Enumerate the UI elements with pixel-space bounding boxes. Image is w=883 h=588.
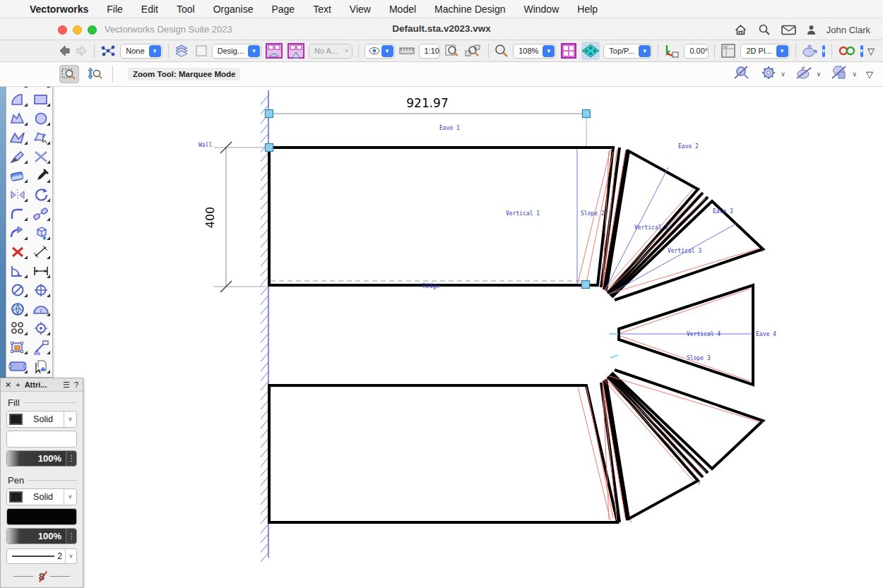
- chevron-down-icon[interactable]: ▾: [149, 45, 161, 57]
- chevron-down-icon[interactable]: ∨: [817, 71, 822, 78]
- tool-circle[interactable]: [30, 109, 53, 128]
- tool-reshape[interactable]: [30, 128, 53, 147]
- tool-polyline[interactable]: [6, 128, 30, 147]
- surface-options-icon[interactable]: [830, 64, 848, 84]
- menu-view[interactable]: View: [340, 4, 380, 15]
- focus-magnifier-icon[interactable]: [733, 64, 751, 84]
- roof-fan-bottom[interactable]: [601, 370, 763, 522]
- rotation-angle-field[interactable]: 0.00°: [684, 44, 709, 59]
- menu-machine-design[interactable]: Machine Design: [425, 4, 514, 15]
- tool-symbol[interactable]: [6, 299, 30, 318]
- menu-help[interactable]: Help: [568, 4, 607, 15]
- chevron-down-icon[interactable]: ▾: [248, 45, 260, 57]
- chevron-down-icon[interactable]: ▾: [639, 45, 651, 57]
- line-marker-start[interactable]: [13, 576, 33, 577]
- saved-views-icon[interactable]: [100, 44, 117, 57]
- opacity-options-icon[interactable]: ⋮: [66, 451, 76, 466]
- chevron-down-icon[interactable]: ˅: [64, 412, 76, 427]
- tool-diameter-dimension[interactable]: [6, 280, 30, 299]
- back-icon[interactable]: [58, 44, 71, 57]
- menu-edit[interactable]: Edit: [132, 4, 167, 15]
- stereo-glasses-icon[interactable]: [838, 44, 856, 57]
- tool-protractor[interactable]: [30, 299, 53, 318]
- tool-fillet[interactable]: [6, 204, 30, 223]
- tool-holes[interactable]: [6, 318, 30, 337]
- zoom-level-dropdown[interactable]: 108%▾: [513, 44, 556, 59]
- search-icon[interactable]: [758, 23, 771, 36]
- no-marker-icon[interactable]: 8: [39, 571, 45, 582]
- line-marker-row[interactable]: 8: [1, 571, 83, 582]
- tool-freehand[interactable]: [6, 147, 30, 166]
- zoom-icon[interactable]: [494, 43, 509, 59]
- pen-color-well[interactable]: [6, 508, 77, 525]
- opacity-options-icon[interactable]: ⋮: [66, 529, 76, 544]
- viewport-window-edit-icon[interactable]: [287, 42, 305, 59]
- tool-slope-dimension[interactable]: [30, 242, 53, 261]
- render-options-icon[interactable]: [795, 65, 813, 83]
- rotate-plan-icon[interactable]: [663, 43, 680, 59]
- stereo-dropdown[interactable]: ▾: [860, 45, 864, 57]
- height-dimension[interactable]: 400: [203, 142, 266, 292]
- layer-options-icon[interactable]: [559, 42, 578, 59]
- menu-tool[interactable]: Tool: [167, 4, 204, 15]
- tool-delete[interactable]: [6, 242, 30, 261]
- menu-page[interactable]: Page: [262, 4, 304, 15]
- tool-duplicate[interactable]: [30, 356, 53, 376]
- home-icon[interactable]: [734, 24, 747, 36]
- tool-angle-dimension[interactable]: [6, 261, 30, 280]
- unified-view-icon[interactable]: [581, 42, 600, 60]
- menu-vectorworks[interactable]: Vectorworks: [30, 4, 97, 15]
- tool-chain[interactable]: [30, 204, 53, 223]
- chevron-down-icon[interactable]: ▾: [776, 45, 788, 57]
- modebar-overflow-icon[interactable]: ▽: [866, 69, 873, 80]
- chevron-down-icon[interactable]: ˅: [65, 549, 76, 563]
- view-dropdown[interactable]: Top/P...▾: [603, 44, 652, 59]
- roof-panel-top[interactable]: [269, 148, 613, 285]
- add-icon[interactable]: +: [16, 380, 20, 389]
- chevron-down-icon[interactable]: ∨: [781, 71, 786, 78]
- roof-fan-top[interactable]: [601, 148, 763, 300]
- tool-rotate[interactable]: [30, 185, 53, 204]
- chevron-down-icon[interactable]: ∨: [852, 71, 857, 78]
- class-dropdown[interactable]: None▾: [120, 44, 162, 59]
- render-mode-dropdown[interactable]: ▾: [822, 45, 826, 57]
- scale-field[interactable]: 1:10: [419, 44, 440, 59]
- user-name[interactable]: John Clark: [826, 25, 870, 35]
- tool-linear-dimension[interactable]: [30, 261, 53, 280]
- user-icon[interactable]: [807, 25, 816, 35]
- tool-rectangle[interactable]: [30, 90, 53, 109]
- fill-opacity-control[interactable]: 100% ⋮: [6, 450, 77, 467]
- tool-group-edit[interactable]: [6, 337, 30, 356]
- tool-eraser[interactable]: [6, 166, 30, 185]
- settings-gear-icon[interactable]: [760, 64, 777, 84]
- toolbar-overflow-icon[interactable]: ▽: [867, 46, 875, 56]
- roof-panel-bottom[interactable]: [269, 385, 617, 522]
- visibility-dropdown[interactable]: ▾: [365, 44, 395, 59]
- menu-window[interactable]: Window: [514, 4, 568, 15]
- roof-panel-middle[interactable]: [619, 285, 753, 385]
- chevron-down-icon[interactable]: ▾: [381, 45, 393, 57]
- plane-dropdown[interactable]: 2D Pl...▾: [740, 44, 789, 59]
- fit-objects-icon[interactable]: [464, 43, 482, 59]
- fill-color-well[interactable]: [6, 431, 77, 448]
- render-mode-icon[interactable]: [801, 44, 818, 58]
- tool-arc[interactable]: [6, 90, 30, 109]
- menu-model[interactable]: Model: [380, 4, 425, 15]
- marquee-zoom-mode-button[interactable]: [59, 65, 79, 83]
- help-icon[interactable]: ?: [74, 380, 78, 389]
- tool-viewport[interactable]: [6, 356, 30, 376]
- viewport-window-icon[interactable]: [265, 42, 283, 59]
- tool-target[interactable]: [30, 318, 53, 337]
- tool-center-mark[interactable]: [30, 280, 53, 299]
- interactive-zoom-mode-button[interactable]: [85, 65, 105, 83]
- fit-page-icon[interactable]: [444, 43, 461, 59]
- tool-mirror[interactable]: [6, 185, 30, 204]
- pen-opacity-control[interactable]: 100% ⋮: [6, 528, 77, 544]
- menu-icon[interactable]: ☰: [63, 380, 70, 390]
- chevron-down-icon[interactable]: ˅: [64, 489, 76, 505]
- tool-trim-cross[interactable]: [30, 147, 53, 166]
- menu-text[interactable]: Text: [304, 4, 340, 15]
- tool-eyedropper[interactable]: [30, 166, 53, 185]
- line-marker-end[interactable]: [50, 576, 70, 577]
- pen-style-dropdown[interactable]: Solid ˅: [6, 488, 77, 505]
